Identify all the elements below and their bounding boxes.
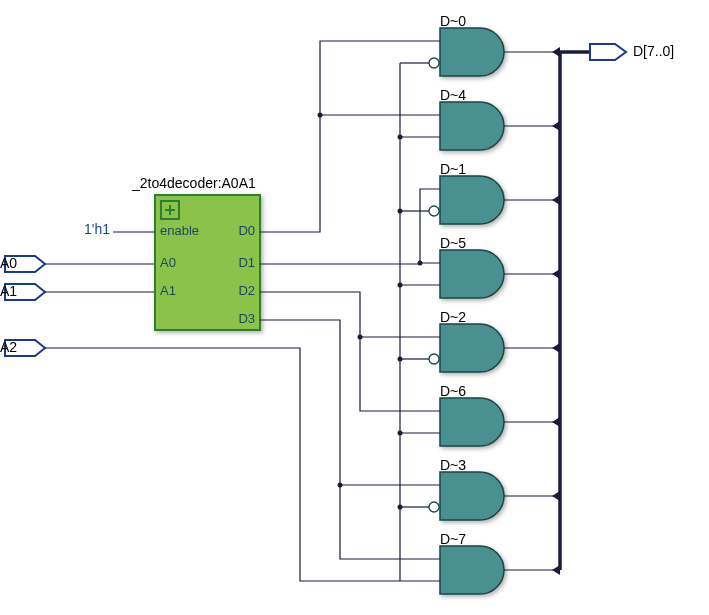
svg-point-34 — [318, 113, 323, 118]
gate-D0: D~0 — [429, 13, 560, 76]
label-A2: A2 — [0, 339, 17, 355]
svg-text:D~2: D~2 — [440, 309, 466, 325]
gate-D6: D~6 — [440, 383, 560, 446]
pin-D2: D2 — [238, 283, 255, 298]
constant-label: 1'h1 — [84, 221, 110, 237]
pin-D1: D1 — [238, 255, 255, 270]
output-port-D: D[7..0] — [590, 43, 674, 60]
input-port-A1: A1 — [0, 283, 45, 300]
input-port-A0: A0 — [0, 255, 45, 272]
schematic-diagram: A0 A1 A2 _2to4decoder:A0A1 enable A0 A1 … — [0, 0, 709, 615]
svg-text:D~5: D~5 — [440, 235, 466, 251]
pin-D0: D0 — [238, 223, 255, 238]
svg-point-52 — [398, 505, 403, 510]
svg-marker-33 — [590, 44, 626, 60]
svg-text:D~1: D~1 — [440, 161, 466, 177]
module-title: _2to4decoder:A0A1 — [131, 175, 256, 191]
svg-point-36 — [358, 335, 363, 340]
svg-point-49 — [398, 283, 403, 288]
label-output: D[7..0] — [633, 43, 674, 59]
svg-point-50 — [398, 357, 403, 362]
svg-text:D~4: D~4 — [440, 87, 466, 103]
pin-A0: A0 — [160, 255, 176, 270]
svg-point-35 — [418, 261, 423, 266]
gate-D3: D~3 — [429, 457, 560, 520]
gate-D2: D~2 — [429, 309, 560, 372]
svg-point-47 — [398, 135, 403, 140]
svg-point-27 — [429, 502, 439, 512]
svg-text:D~7: D~7 — [440, 531, 466, 547]
svg-text:D~3: D~3 — [440, 457, 466, 473]
module-2to4decoder: _2to4decoder:A0A1 enable A0 A1 D0 D1 D2 … — [131, 175, 260, 330]
gate-D4: D~4 — [440, 87, 560, 150]
gate-D5: D~5 — [440, 235, 560, 298]
svg-point-37 — [338, 483, 343, 488]
svg-point-17 — [429, 206, 439, 216]
input-port-A2: A2 — [0, 339, 45, 356]
label-A1: A1 — [0, 283, 17, 299]
svg-point-12 — [429, 58, 439, 68]
pin-A1: A1 — [160, 283, 176, 298]
svg-text:D~0: D~0 — [440, 13, 466, 29]
svg-text:D~6: D~6 — [440, 383, 466, 399]
svg-point-48 — [398, 209, 403, 214]
svg-point-51 — [398, 431, 403, 436]
pin-enable: enable — [160, 223, 199, 238]
pin-D3: D3 — [238, 311, 255, 326]
gate-D7: D~7 — [440, 531, 560, 594]
label-A0: A0 — [0, 255, 17, 271]
gate-D1: D~1 — [429, 161, 560, 224]
svg-point-22 — [429, 354, 439, 364]
